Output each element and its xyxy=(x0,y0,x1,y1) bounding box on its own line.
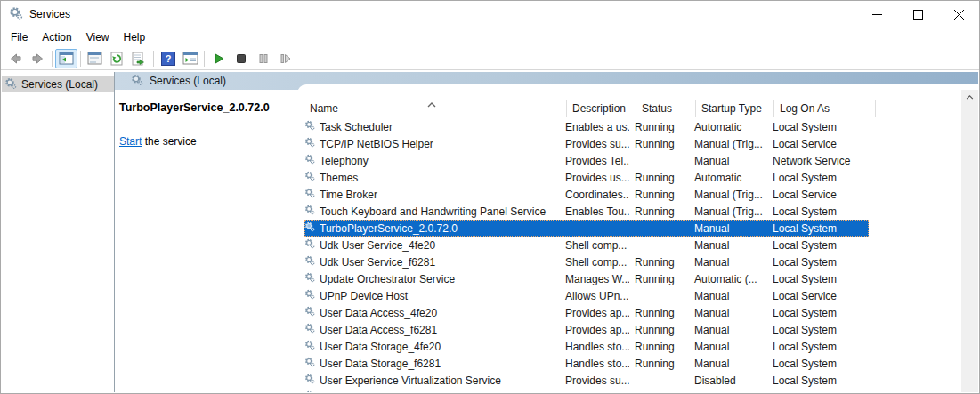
toolbar-separator xyxy=(80,51,81,67)
restart-icon xyxy=(279,52,292,65)
service-log-on-as: Local System xyxy=(767,239,869,252)
back-button[interactable] xyxy=(4,49,27,68)
show-extended-view-button[interactable] xyxy=(179,49,201,68)
service-log-on-as: Local System xyxy=(767,205,869,218)
table-row[interactable]: Update Orchestrator Service Manages W...… xyxy=(304,270,869,287)
service-log-on-as: Local System xyxy=(767,374,869,387)
help-button[interactable]: ? xyxy=(157,49,179,68)
table-row[interactable]: User Manager User Manag... Running Autom… xyxy=(304,389,869,392)
service-log-on-as: Local Service xyxy=(767,138,869,150)
service-gear-icon xyxy=(304,323,315,336)
table-row[interactable]: Time Broker Coordinates... Running Manua… xyxy=(304,186,869,203)
table-row[interactable]: User Experience Virtualization Service P… xyxy=(304,372,869,389)
service-name: Udk User Service_4fe20 xyxy=(320,239,435,252)
services-local-tab[interactable]: Services (Local) xyxy=(115,72,226,90)
menu-action[interactable]: Action xyxy=(35,29,78,45)
service-status: Running xyxy=(629,121,689,133)
table-row[interactable]: User Data Access_4fe20 Provides ap... Ru… xyxy=(304,304,869,321)
column-header-description[interactable]: Description xyxy=(567,100,636,117)
service-startup-type: Manual xyxy=(689,155,767,167)
refresh-button[interactable] xyxy=(106,49,128,68)
table-row[interactable]: Task Scheduler Enables a us... Running A… xyxy=(304,118,869,135)
export-list-button[interactable] xyxy=(128,49,150,68)
pane-header-title: Services (Local) xyxy=(150,75,226,87)
close-button[interactable] xyxy=(938,1,979,28)
service-log-on-as: Local System xyxy=(767,273,869,285)
column-header-log-on-as[interactable]: Log On As xyxy=(774,100,876,117)
menu-help[interactable]: Help xyxy=(117,29,153,45)
toolbar: ? xyxy=(1,47,979,70)
service-status: Running xyxy=(629,341,689,353)
service-log-on-as: Local Service xyxy=(767,189,869,201)
service-gear-icon xyxy=(304,289,315,302)
minimize-button[interactable] xyxy=(856,1,897,28)
service-startup-type: Manual xyxy=(689,324,767,336)
extended-task-pane: TurboPlayerService_2.0.72.0 Start the se… xyxy=(115,90,297,392)
table-row[interactable]: Themes Provides us... Running Automatic … xyxy=(304,169,869,186)
forward-icon xyxy=(30,52,45,66)
table-row[interactable]: TCP/IP NetBIOS Helper Provides su... Run… xyxy=(304,135,869,152)
stop-service-button[interactable] xyxy=(230,49,252,68)
table-row[interactable]: UPnP Device Host Allows UPn... Manual Lo… xyxy=(304,287,869,304)
toolbar-separator xyxy=(204,51,205,67)
start-service-link[interactable]: Start xyxy=(119,135,142,148)
maximize-button[interactable] xyxy=(897,1,938,28)
column-header-startup-type[interactable]: Startup Type xyxy=(696,100,774,117)
service-description: Handles sto... xyxy=(560,341,629,353)
service-log-on-as: Local System xyxy=(767,172,869,184)
service-status: Running xyxy=(629,307,689,319)
service-gear-icon xyxy=(304,120,315,133)
service-status: Running xyxy=(629,205,689,218)
service-startup-type: Manual xyxy=(689,290,767,302)
services-node-icon xyxy=(4,77,17,92)
service-list: Task Scheduler Enables a us... Running A… xyxy=(304,118,961,392)
service-startup-type: Manual (Trig... xyxy=(689,189,767,201)
services-app-icon xyxy=(9,6,23,23)
vertical-scrollbar[interactable] xyxy=(961,90,978,392)
table-row[interactable]: User Data Storage_4fe20 Handles sto... R… xyxy=(304,338,869,355)
service-description: Provides su... xyxy=(560,138,629,150)
table-row[interactable]: Touch Keyboard and Handwriting Panel Ser… xyxy=(304,203,869,220)
service-name: User Data Access_4fe20 xyxy=(320,307,437,319)
service-name: UPnP Device Host xyxy=(320,290,408,302)
table-row[interactable]: User Data Access_f6281 Provides ap... Ru… xyxy=(304,321,869,338)
main-area: Services (Local) Services (Local) TurboP… xyxy=(2,72,978,392)
show-console-tree-button[interactable] xyxy=(55,49,77,68)
service-gear-icon xyxy=(304,255,315,269)
table-row[interactable]: TurboPlayerService_2.0.72.0 Manual Local… xyxy=(304,220,869,237)
refresh-icon xyxy=(109,52,125,66)
service-status: Running xyxy=(629,138,689,150)
service-log-on-as: Local System xyxy=(767,121,869,133)
service-startup-type: Manual (Trig... xyxy=(689,205,767,218)
pause-service-button[interactable] xyxy=(252,49,274,68)
service-list-pane: Name Description Status Startup Type Log… xyxy=(297,84,978,392)
selected-service-name: TurboPlayerService_2.0.72.0 xyxy=(119,101,288,114)
properties-button[interactable] xyxy=(84,49,106,68)
service-description: Shell comp... xyxy=(560,256,629,269)
table-row[interactable]: User Data Storage_f6281 Handles sto... R… xyxy=(304,355,869,372)
table-row[interactable]: Udk User Service_4fe20 Shell comp... Man… xyxy=(304,237,869,253)
tree-item-services-local[interactable]: Services (Local) xyxy=(2,76,114,92)
scroll-up-arrow[interactable] xyxy=(961,90,978,105)
service-log-on-as: Local System xyxy=(767,358,869,370)
table-row[interactable]: Udk User Service_f6281 Shell comp... Run… xyxy=(304,253,869,270)
table-row[interactable]: Telephony Provides Tel... Manual Network… xyxy=(304,152,869,169)
forward-button[interactable] xyxy=(27,49,49,68)
service-status: Running xyxy=(629,189,689,201)
content-area: Services (Local) TurboPlayerService_2.0.… xyxy=(115,72,978,392)
service-gear-icon xyxy=(304,188,315,201)
menu-view[interactable]: View xyxy=(79,29,117,45)
service-action-rest: the service xyxy=(142,135,196,148)
service-status: Running xyxy=(629,172,689,184)
start-service-button[interactable] xyxy=(207,49,230,68)
service-description: Provides us... xyxy=(560,172,629,184)
service-description: User Manag... xyxy=(560,391,629,393)
restart-service-button[interactable] xyxy=(274,49,296,68)
column-header-status[interactable]: Status xyxy=(636,100,696,117)
service-startup-type: Manual xyxy=(689,222,767,235)
properties-icon xyxy=(87,52,102,65)
menu-file[interactable]: File xyxy=(4,29,35,45)
svg-text:?: ? xyxy=(165,53,171,64)
console-tree-pane: Services (Local) xyxy=(2,72,114,392)
service-gear-icon xyxy=(304,205,315,218)
